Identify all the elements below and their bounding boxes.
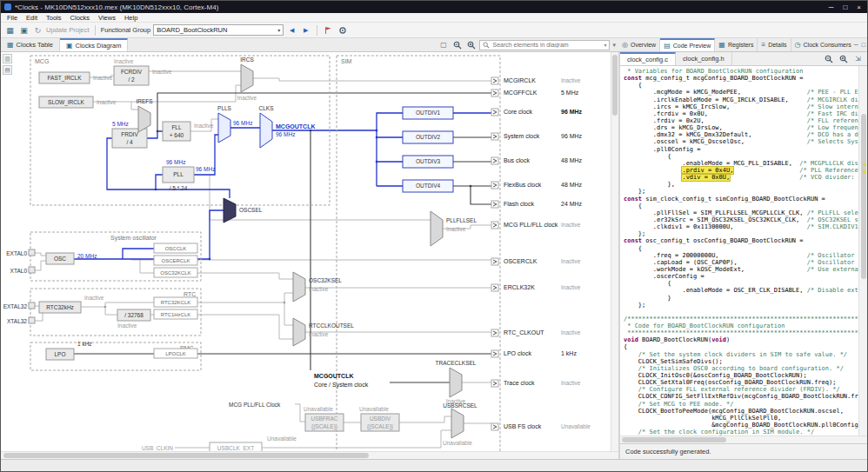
diagram-horizontal-scrollbar[interactable] <box>1 451 618 459</box>
port-lpoclk[interactable]: LPOCLK <box>154 349 197 358</box>
code-editor[interactable]: * Variables for BOARD_BootClockRUN confi… <box>620 66 867 435</box>
port-oscclk[interactable]: OSCCLK <box>154 243 197 253</box>
annotation-marker[interactable] <box>863 163 866 166</box>
code-vertical-scrollbar[interactable] <box>858 66 867 435</box>
mux-irefs[interactable]: IREFS <box>136 98 153 132</box>
functional-group-select[interactable]: BOARD_BootClockRUN ▾ <box>153 24 284 36</box>
zoom-in-icon[interactable] <box>465 39 477 50</box>
export-code-icon[interactable]: ⇲ <box>852 53 864 64</box>
port-oscerclk[interactable]: OSCERCLK <box>154 256 197 265</box>
tab-clock-consumers[interactable]: ◷ Clock Consumers <box>791 38 856 51</box>
diagram-overview-icon[interactable]: ▥ <box>3 54 12 63</box>
pin-extal0[interactable]: EXTAL0 <box>6 249 35 256</box>
mux-usbsrcsel[interactable]: USBSRCSEL Unavailable <box>443 402 477 446</box>
tab-clock-config-c[interactable]: clock_config.c <box>620 52 676 65</box>
code-horizontal-scrollbar[interactable] <box>620 435 867 443</box>
menu-views[interactable]: Views <box>94 14 120 22</box>
clocks-table-tool-icon[interactable]: ▦ <box>4 24 16 36</box>
menu-help[interactable]: Help <box>120 14 142 22</box>
output-mcgffclk[interactable]: MCGFFCLK 5 MHz <box>491 90 579 96</box>
search-chevron-icon[interactable]: ▾ <box>604 42 606 48</box>
port-rtc32kclk[interactable]: RTC32KCLK <box>154 297 197 307</box>
code-lines[interactable]: * Variables for BOARD_BootClockRUN confi… <box>620 66 858 435</box>
code-zoom-in-icon[interactable] <box>838 53 849 64</box>
block-lpo[interactable]: LPO <box>46 349 74 360</box>
output-system-clock[interactable]: System clock 96 MHz <box>491 133 583 140</box>
block-rtc-osc[interactable]: RTC32kHz <box>39 302 81 313</box>
search-input[interactable] <box>492 42 601 48</box>
tab-overview[interactable]: ◎ Overview <box>618 38 660 51</box>
code-zoom-out-icon[interactable] <box>823 53 834 64</box>
output-mcg-pllfll-clock[interactable]: MCG PLL/FLL clock Inactive <box>491 222 581 229</box>
flag-icon[interactable] <box>323 24 334 36</box>
pin-xtal0[interactable]: XTAL0 <box>10 267 35 274</box>
diagram-search[interactable]: ▾ <box>479 40 610 50</box>
block-frdiv[interactable]: FRDIV / 4 <box>112 129 147 148</box>
output-trace-clock[interactable]: Trace clock Inactive <box>491 380 581 387</box>
update-project-button[interactable]: Update Project <box>46 26 90 34</box>
annotation-marker[interactable] <box>863 170 866 173</box>
tab-clocks-diagram[interactable]: ▣ Clocks Diagram <box>60 38 129 51</box>
tab-registers[interactable]: ▦ Registers <box>715 38 758 51</box>
mux-osc32ksel[interactable]: OSC32KSEL Inactive <box>293 272 342 302</box>
previous-group-button[interactable]: ◀ <box>286 24 297 36</box>
block-fll[interactable]: FLL + 640 <box>163 122 190 141</box>
clocks-diagram-canvas[interactable]: MCG SIM System oscillator RTC <box>1 52 610 451</box>
scrollbar-thumb[interactable] <box>3 453 369 458</box>
menu-file[interactable]: File <box>3 14 22 22</box>
output-bus-clock[interactable]: Bus clock 48 MHz <box>491 157 583 164</box>
settings-gear-icon[interactable] <box>337 24 348 36</box>
zoom-out-icon[interactable] <box>451 39 463 50</box>
collapse-toolbar-icon[interactable]: ▾ <box>612 42 616 49</box>
output-flexbus-clock[interactable]: FlexBus clock 48 MHz <box>491 182 583 189</box>
clocks-diagram-tool-icon[interactable]: ▣ <box>18 24 30 36</box>
diagram-properties-icon[interactable]: ▤ <box>3 65 12 75</box>
minimize-window-button[interactable]: ─ <box>829 3 834 11</box>
close-window-button[interactable]: × <box>857 3 861 11</box>
mux-plls[interactable]: PLLS 96 MHz <box>217 105 252 143</box>
diagram-vertical-scrollbar[interactable] <box>611 52 618 451</box>
port-osc32kclk[interactable]: OSC32KCLK <box>154 268 197 277</box>
block-fast-irclk[interactable]: FAST_IRCLK <box>39 72 90 83</box>
block-usbfrac[interactable]: USBFRAC {(SCALE)} <box>305 414 344 431</box>
output-erclk32k[interactable]: ERCLK32K Inactive <box>491 284 581 291</box>
fit-to-view-icon[interactable]: ▢ <box>437 39 449 50</box>
block-pll[interactable]: PLL / 5 * 24 <box>163 167 194 191</box>
tab-clocks-table[interactable]: ▦ Clocks Table <box>1 38 60 51</box>
menu-tools[interactable]: Tools <box>42 14 66 22</box>
output-core-clock[interactable]: Core clock 96 MHz <box>491 109 583 116</box>
scrollbar-thumb[interactable] <box>612 55 618 116</box>
pin-xtal32[interactable]: XTAL32 <box>7 317 35 324</box>
block-outdiv3[interactable]: OUTDIV3 <box>403 156 453 168</box>
block-osc[interactable]: OSC <box>46 253 74 264</box>
update-project-icon[interactable]: ↻ <box>32 24 43 36</box>
mux-clks[interactable]: CLKS <box>259 105 275 148</box>
block-rtc-divider[interactable]: / 32768 <box>117 309 150 321</box>
output-flash-clock[interactable]: Flash clock 24 MHz <box>491 201 583 208</box>
output-usb-fs-clock[interactable]: USB FS clock Unavailable <box>491 423 591 430</box>
scrollbar-thumb[interactable] <box>861 114 866 279</box>
block-usbclk-ext[interactable]: USBCLK_EXT <box>210 442 262 451</box>
scrollbar-thumb[interactable] <box>622 437 726 442</box>
tab-code-preview[interactable]: ▤ Code Preview <box>660 38 715 51</box>
pin-extal32[interactable]: EXTAL32 <box>3 302 35 309</box>
output-oscerclk[interactable]: OSCERCLK Inactive <box>491 258 581 265</box>
menu-clocks[interactable]: Clocks <box>66 14 95 22</box>
maximize-view-icon[interactable]: □ <box>862 42 865 48</box>
block-slow-irclk[interactable]: SLOW_IRCLK <box>39 96 93 108</box>
tab-details[interactable]: ≡ Details <box>758 38 791 51</box>
tab-clock-config-h[interactable]: clock_config.h <box>676 52 732 65</box>
menu-edit[interactable]: Edit <box>22 14 42 22</box>
output-rtc-clkout[interactable]: RTC_CLKOUT Inactive <box>491 329 581 336</box>
block-fcrdiv[interactable]: FCRDIV / 2 <box>114 66 149 85</box>
block-outdiv4[interactable]: OUTDIV4 <box>403 180 453 192</box>
output-mcgirclk[interactable]: MCGIRCLK Inactive <box>491 77 581 84</box>
maximize-window-button[interactable]: □ <box>843 3 847 11</box>
mux-oscsel[interactable]: OSCSEL <box>224 198 263 223</box>
port-rtc1hzclk[interactable]: RTC1HzCLK <box>154 309 197 319</box>
next-group-button[interactable]: ▶ <box>300 24 311 36</box>
output-lpo-clock[interactable]: LPO clock 1 kHz <box>491 350 577 357</box>
block-outdiv2[interactable]: OUTDIV2 <box>403 131 453 143</box>
minimize-view-icon[interactable]: ─ <box>854 42 858 48</box>
block-outdiv1[interactable]: OUTDIV1 <box>403 107 453 119</box>
